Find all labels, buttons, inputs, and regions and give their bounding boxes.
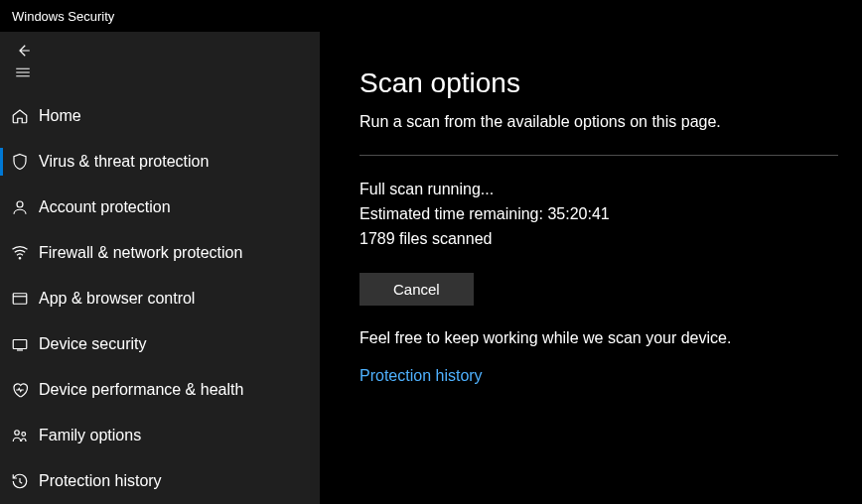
- sidebar-item-performance[interactable]: Device performance & health: [0, 367, 320, 413]
- svg-rect-2: [13, 340, 27, 349]
- cancel-button[interactable]: Cancel: [359, 273, 474, 306]
- sidebar-item-label: Home: [39, 107, 81, 125]
- shield-icon: [11, 152, 37, 172]
- wifi-icon: [11, 243, 37, 263]
- sidebar-item-label: Account protection: [39, 198, 171, 216]
- sidebar-item-firewall[interactable]: Firewall & network protection: [0, 230, 320, 276]
- window-title: Windows Security: [12, 9, 114, 24]
- scan-info-text: Feel free to keep working while we scan …: [359, 329, 838, 347]
- svg-point-4: [22, 433, 26, 437]
- sidebar-item-app-browser[interactable]: App & browser control: [0, 276, 320, 321]
- window-titlebar: Windows Security: [0, 0, 862, 32]
- sidebar-item-label: Device performance & health: [39, 381, 243, 399]
- page-description: Run a scan from the available options on…: [359, 113, 838, 131]
- heart-icon: [11, 380, 37, 400]
- sidebar-item-label: Virus & threat protection: [39, 153, 209, 171]
- sidebar-item-label: Firewall & network protection: [39, 244, 242, 262]
- history-icon: [11, 471, 37, 491]
- scan-status-time: Estimated time remaining: 35:20:41: [359, 202, 838, 227]
- svg-rect-1: [13, 294, 27, 305]
- sidebar-item-label: App & browser control: [39, 290, 195, 308]
- scan-status-running: Full scan running...: [359, 178, 838, 202]
- svg-point-3: [15, 431, 20, 436]
- sidebar-item-account[interactable]: Account protection: [0, 185, 320, 230]
- person-icon: [11, 197, 37, 217]
- sidebar-item-label: Protection history: [39, 472, 162, 490]
- arrow-left-icon: [14, 42, 32, 63]
- menu-button[interactable]: [0, 63, 48, 85]
- sidebar-item-label: Family options: [39, 427, 141, 444]
- page-title: Scan options: [359, 67, 838, 99]
- window-icon: [11, 289, 37, 309]
- divider: [359, 155, 838, 156]
- sidebar-item-virus-threat[interactable]: Virus & threat protection: [0, 139, 320, 185]
- svg-point-0: [17, 201, 23, 207]
- family-icon: [11, 426, 37, 445]
- sidebar-item-label: Device security: [39, 335, 146, 353]
- scan-status-files: 1789 files scanned: [359, 227, 838, 252]
- protection-history-link[interactable]: Protection history: [359, 367, 483, 384]
- back-button[interactable]: [0, 42, 48, 63]
- main-content: Scan options Run a scan from the availab…: [320, 32, 862, 504]
- home-icon: [11, 106, 37, 126]
- device-icon: [11, 334, 37, 354]
- sidebar: Home Virus & threat protection Account p…: [0, 32, 320, 504]
- hamburger-icon: [14, 63, 32, 85]
- sidebar-item-device-security[interactable]: Device security: [0, 321, 320, 367]
- sidebar-item-home[interactable]: Home: [0, 93, 320, 139]
- sidebar-item-family[interactable]: Family options: [0, 413, 320, 458]
- sidebar-item-history[interactable]: Protection history: [0, 458, 320, 504]
